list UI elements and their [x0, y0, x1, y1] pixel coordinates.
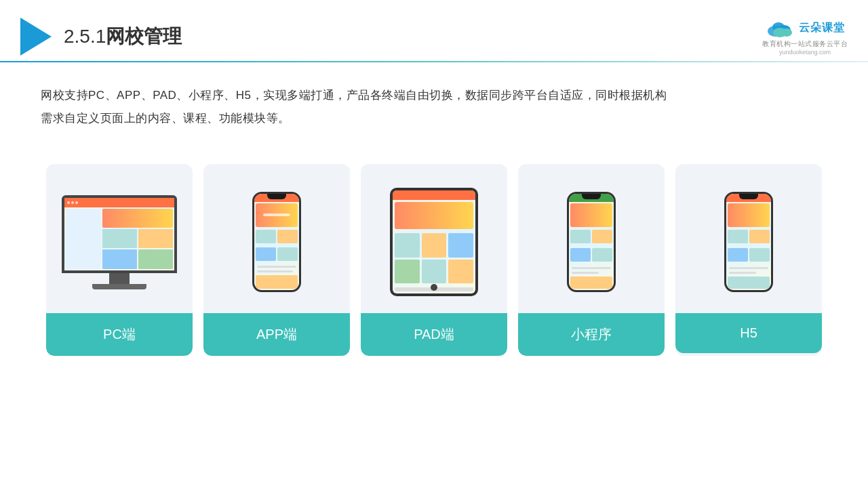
card-app-image [203, 164, 350, 313]
brand-slogan: 教育机构一站式服务云平台 [762, 39, 848, 49]
brand-logo-area: 云朵课堂 教育机构一站式服务云平台 yunduoketang.com [762, 18, 848, 56]
card-h5-image [675, 164, 822, 313]
description-line2: 需求自定义页面上的内容、课程、功能模块等。 [41, 107, 827, 130]
brand-url: yunduoketang.com [779, 49, 831, 56]
app-phone-icon [252, 192, 301, 292]
card-h5-label: H5 [675, 313, 822, 353]
card-pad-label: PAD端 [361, 313, 507, 356]
page-title: 2.5.1网校管理 [64, 24, 182, 49]
card-app: APP端 [203, 164, 350, 356]
svg-point-4 [773, 28, 787, 37]
card-pc-image [46, 164, 193, 313]
card-pad: PAD端 [361, 164, 507, 356]
card-app-label: APP端 [203, 313, 350, 356]
pc-monitor-icon [62, 195, 177, 289]
card-pc-label: PC端 [46, 313, 193, 356]
pad-tablet-icon [390, 188, 478, 296]
miniprogram-phone-icon [567, 192, 616, 292]
cards-container: PC端 [0, 144, 868, 376]
description-line1: 网校支持PC、APP、PAD、小程序、H5，实现多端打通，产品各终端自由切换，数… [41, 84, 827, 107]
card-pad-image [361, 164, 507, 313]
card-pc: PC端 [46, 164, 193, 356]
card-miniprogram-label: 小程序 [518, 313, 665, 356]
header-left: 2.5.1网校管理 [20, 18, 182, 56]
card-miniprogram-image [518, 164, 665, 313]
header: 2.5.1网校管理 云朵课堂 教育机构一站式服务云平台 yunduoketang… [0, 0, 868, 61]
description-text: 网校支持PC、APP、PAD、小程序、H5，实现多端打通，产品各终端自由切换，数… [0, 62, 868, 137]
logo-triangle-icon [20, 18, 52, 56]
brand-logo: 云朵课堂 [765, 18, 845, 38]
cloud-icon [765, 18, 795, 38]
card-miniprogram: 小程序 [518, 164, 665, 356]
title-number: 2.5.1 [64, 26, 106, 47]
card-h5: H5 [675, 164, 822, 356]
brand-name: 云朵课堂 [799, 21, 845, 35]
h5-phone-icon [724, 192, 773, 292]
title-text: 网校管理 [106, 26, 182, 47]
